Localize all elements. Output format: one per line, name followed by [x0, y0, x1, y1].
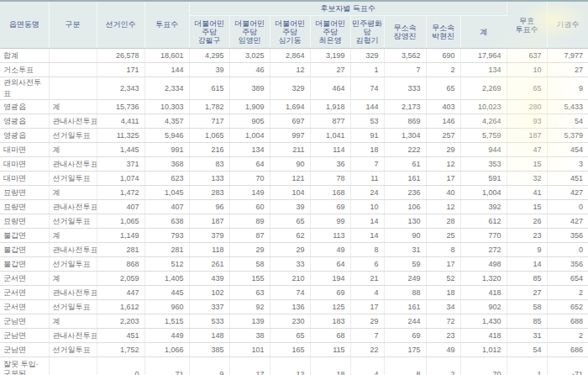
value-cell: 8 — [426, 243, 460, 257]
value-cell: 407 — [97, 200, 144, 214]
category-cell: 선거일투표 — [49, 129, 97, 143]
value-cell: 12 — [270, 357, 310, 375]
value-cell: 1,472 — [97, 186, 144, 200]
value-cell: 418 — [460, 286, 507, 300]
value-cell: 3,199 — [310, 49, 350, 63]
value-cell: 78 — [310, 172, 350, 186]
value-cell: 54 — [547, 114, 588, 129]
value-cell: 12 — [426, 200, 460, 214]
candidate-party: 더불어민 주당 — [190, 19, 229, 36]
category-cell: 관내사전투표 — [49, 200, 97, 214]
value-cell: 31 — [507, 329, 547, 343]
table-row: 군서면선거일투표1,612960337921361251716134902586… — [0, 300, 588, 314]
value-cell: 63 — [229, 286, 270, 300]
region-cell: 군서면 — [0, 286, 49, 300]
value-cell: 133 — [189, 172, 229, 186]
table-row: 영광읍계15,73610,3031,7821,9091,6941,9181442… — [0, 100, 588, 114]
value-cell: 451 — [547, 172, 588, 186]
value-cell: 183 — [310, 314, 350, 329]
candidate-header: 더불어민 주당심기동 — [270, 16, 310, 49]
value-cell: 905 — [229, 114, 270, 129]
value-cell: 22 — [350, 343, 384, 357]
value-cell: 439 — [189, 272, 229, 286]
value-cell: 4 — [350, 357, 384, 375]
value-cell: 88 — [384, 286, 426, 300]
value-cell: 90 — [270, 157, 310, 172]
region-cell: 합계 — [0, 49, 49, 63]
value-cell: 68 — [310, 329, 350, 343]
category-cell — [49, 357, 97, 375]
candidate-party: 무소속 — [385, 24, 426, 32]
region-cell: 잘못 투입· 구분된 투표지 — [0, 357, 49, 375]
value-cell: 64 — [310, 257, 350, 272]
value-cell: 281 — [97, 243, 144, 257]
value-cell: 717 — [189, 114, 229, 129]
table-row: 잘못 투입· 구분된 투표지0719171218482701-71 — [0, 357, 588, 375]
category-cell: 관내사전투표 — [49, 286, 97, 300]
value-cell: -71 — [547, 357, 588, 375]
value-cell: 690 — [426, 49, 460, 63]
value-cell: 997 — [270, 129, 310, 143]
value-cell: 118 — [189, 243, 229, 257]
value-cell: 39 — [189, 63, 229, 77]
value-cell: 39 — [270, 200, 310, 214]
region-cell: 묘량면 — [0, 186, 49, 200]
value-cell: 1,430 — [460, 314, 507, 329]
value-cell: 236 — [384, 186, 426, 200]
value-cell: 615 — [189, 77, 229, 100]
value-cell: 2,334 — [144, 77, 189, 100]
value-cell: 1,918 — [310, 100, 350, 114]
value-cell: 9 — [189, 357, 229, 375]
value-cell: 5,379 — [547, 129, 588, 143]
value-cell: 139 — [229, 314, 270, 329]
value-cell: 371 — [97, 157, 144, 172]
value-cell: 3 — [547, 157, 588, 172]
value-cell: 27 — [310, 63, 350, 77]
col-header-category: 구분 — [49, 1, 97, 49]
candidate-party: 더불어민 주당 — [230, 19, 270, 36]
value-cell: 688 — [547, 314, 588, 329]
value-cell: 385 — [189, 343, 229, 357]
candidate-header: 더불어민 주당최은영 — [310, 16, 350, 49]
value-cell: 356 — [547, 257, 588, 272]
value-cell: 445 — [144, 286, 189, 300]
value-cell: 149 — [229, 186, 270, 200]
table-row: 군서면관내사전투표44744510263746948818418272 — [0, 286, 588, 300]
col-header-votes: 투표수 — [144, 1, 189, 49]
value-cell: 12 — [270, 63, 310, 77]
value-cell: 2 — [426, 357, 460, 375]
value-cell: 637 — [507, 49, 547, 63]
table-body: 합계26,57818,6014,2953,0252,8643,1993293,5… — [0, 49, 588, 375]
value-cell: 125 — [310, 300, 350, 314]
candidate-name: 임영민 — [230, 36, 270, 45]
value-cell: 4,411 — [97, 114, 144, 129]
region-cell: 영광읍 — [0, 129, 49, 143]
value-cell: 29 — [426, 143, 460, 157]
value-cell: 230 — [270, 314, 310, 329]
value-cell: 113 — [310, 229, 350, 243]
region-cell: 대마면 — [0, 172, 49, 186]
category-cell: 선거일투표 — [49, 214, 97, 229]
value-cell: 65 — [426, 77, 460, 100]
candidate-party: 무소속 — [427, 24, 460, 32]
value-cell: 17 — [350, 300, 384, 314]
table-row: 묘량면계1,4721,04528314910416824236401,00441… — [0, 186, 588, 200]
value-cell: 7 — [350, 329, 384, 343]
value-cell: 337 — [189, 300, 229, 314]
value-cell: 869 — [384, 114, 426, 129]
value-cell: 33 — [270, 257, 310, 272]
value-cell: 49 — [310, 243, 350, 257]
value-cell: 36 — [310, 157, 350, 172]
value-cell: 10,303 — [144, 100, 189, 114]
election-results-table: 읍면동명구분선거인수투표수후보자별 득표수무효 투표수기권수더불어민 주당강필구… — [0, 0, 588, 375]
value-cell: 1 — [350, 63, 384, 77]
table-row: 군서면계2,0591,40543915521019421249521,32085… — [0, 272, 588, 286]
value-cell: 28 — [426, 214, 460, 229]
value-cell: 26,578 — [97, 49, 144, 63]
value-cell: 4,357 — [144, 114, 189, 129]
value-cell: 171 — [97, 63, 144, 77]
candidate-name: 최은영 — [311, 36, 350, 45]
col-header-total: 계 — [460, 16, 507, 49]
value-cell: 161 — [384, 172, 426, 186]
region-cell: 영광읍 — [0, 114, 49, 129]
